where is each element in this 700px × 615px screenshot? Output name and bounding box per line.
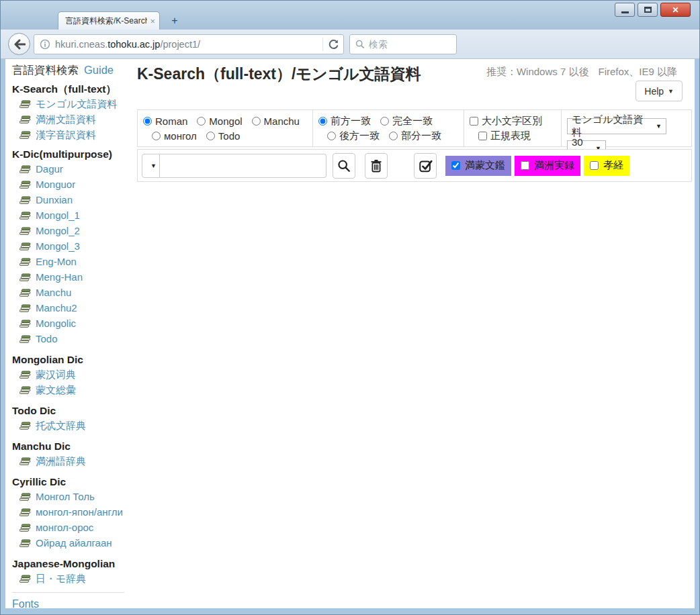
sidebar-item-label[interactable]: 満洲語辞典 — [36, 453, 86, 469]
sidebar-item-todo[interactable]: Todo — [12, 331, 131, 346]
sidebar-item-label[interactable]: Mongolic — [36, 316, 76, 331]
sidebar-item-label[interactable]: モンゴル文語資料 — [36, 96, 117, 111]
book-stack-icon — [19, 538, 32, 548]
checkbox-regex[interactable]: 正規表現 — [478, 130, 531, 142]
sidebar-item-monguor[interactable]: Monguor — [12, 177, 131, 192]
new-tab-button[interactable]: + — [165, 13, 184, 28]
sidebar-item-engmon[interactable]: Eng-Mon — [12, 254, 131, 269]
back-button[interactable] — [8, 33, 30, 55]
search-button[interactable] — [333, 153, 355, 179]
sidebar-item-label[interactable]: Монгол Толь — [36, 489, 95, 504]
sidebar-item-todo-jiten[interactable]: 托忒文辞典 — [12, 418, 131, 433]
sidebar-item-label[interactable]: Dagur — [36, 161, 63, 177]
sidebar-item-label[interactable]: Manchu2 — [36, 300, 77, 316]
radio-manchu[interactable]: Manchu — [252, 115, 300, 127]
sidebar-item-mongol1[interactable]: Mongol_1 — [12, 207, 131, 223]
sidebar-item-mongol-tol[interactable]: Монгол Толь — [12, 489, 131, 504]
select-all-corpora-button[interactable] — [414, 153, 437, 179]
site-info-icon[interactable] — [40, 39, 50, 50]
sidebar-item-label[interactable]: Mongol_3 — [36, 238, 80, 254]
sidebar-item-label[interactable]: 満洲文語資料 — [36, 111, 96, 127]
sidebar-item-mongolic[interactable]: Mongolic — [12, 316, 131, 331]
sidebar-item-mongol2[interactable]: Mongol_2 — [12, 223, 131, 238]
tab-close-icon[interactable]: × — [150, 16, 155, 26]
sidebar-item-mobun-soi[interactable]: 蒙文総彙 — [12, 382, 131, 397]
sidebar-item-manchu[interactable]: Manchu — [12, 285, 131, 300]
sidebar-item-label[interactable]: 漢字音訳資料 — [36, 127, 96, 142]
chevron-down-icon: ▼ — [668, 88, 674, 95]
close-button[interactable]: ✕ — [660, 3, 691, 17]
sidebar-item-label[interactable]: Mongol_1 — [36, 207, 80, 223]
sidebar-item-mongol3[interactable]: Mongol_3 — [12, 238, 131, 254]
sidebar-item-label[interactable]: Meng-Han — [36, 269, 83, 285]
maximize-button[interactable] — [638, 3, 658, 17]
book-stack-icon — [19, 369, 32, 379]
sidebar-item-label[interactable]: 蒙汉词典 — [36, 367, 76, 382]
sidebar-item-oirad-ayalgaan[interactable]: Ойрад айалгаан — [12, 535, 131, 551]
url-bar[interactable]: hkuri.cneas.tohoku.ac.jp/project1/ — [34, 34, 344, 54]
query-input[interactable] — [160, 154, 326, 178]
radio-mongol[interactable]: Mongol — [197, 115, 242, 127]
maximize-icon — [644, 7, 652, 13]
sidebar-item-label[interactable]: Eng-Mon — [36, 254, 77, 269]
checkbox-case-sensitive[interactable]: 大小文字区別 — [470, 115, 542, 128]
radio-suffix-match[interactable]: 後方一致 — [327, 130, 380, 142]
sidebar-item-label[interactable]: Ойрад айалгаан — [36, 535, 112, 551]
radio-roman[interactable]: Roman — [143, 115, 187, 127]
query-history-dropdown[interactable]: ▼ — [142, 154, 160, 178]
close-icon: ✕ — [672, 6, 679, 14]
sidebar-item-manchu2[interactable]: Manchu2 — [12, 300, 131, 316]
sidebar-item-label[interactable]: 日・モ辞典 — [36, 571, 86, 586]
sidebar-item-nichimo-jiten[interactable]: 日・モ辞典 — [12, 571, 131, 586]
search-query-panel: ▼ — [137, 149, 692, 182]
help-button[interactable]: Help ▼ — [636, 81, 683, 101]
url-text[interactable]: hkuri.cneas.tohoku.ac.jp/project1/ — [55, 39, 318, 50]
sidebar-item-label[interactable]: Monguor — [36, 177, 75, 192]
corpus-toggle-koukyou[interactable]: 孝経 — [584, 156, 629, 176]
sidebar-item-label[interactable]: Dunxian — [36, 192, 73, 207]
minimize-button[interactable] — [615, 3, 635, 17]
sidebar-item-label[interactable]: монгол-орос — [36, 520, 93, 535]
corpus-select[interactable]: モンゴル文語資料▼ — [567, 118, 666, 134]
reload-icon[interactable] — [328, 39, 339, 50]
radio-prefix-match[interactable]: 前方一致 — [318, 115, 371, 128]
book-stack-icon — [19, 420, 32, 430]
sidebar-item-menghan[interactable]: Meng-Han — [12, 269, 131, 285]
sidebar-item-manshugo-jiten[interactable]: 満洲語辞典 — [12, 453, 131, 469]
corpus-toggle-manshu-jitsuroku[interactable]: 満洲実録 — [515, 156, 580, 176]
book-stack-icon — [19, 287, 32, 297]
sidebar-item-label[interactable]: 蒙文総彙 — [36, 382, 76, 397]
fonts-link[interactable]: Fonts — [12, 598, 39, 608]
sidebar-item-mongol-yapon-angli[interactable]: монгол-япон/англи — [12, 504, 131, 520]
clear-button[interactable] — [365, 153, 388, 179]
radio-todo[interactable]: Todo — [206, 130, 240, 142]
sidebar-item-label[interactable]: Mongol_2 — [36, 223, 80, 238]
page-content: 言語資料検索 Guide K-Search（full-text） モンゴル文語資… — [5, 59, 695, 608]
browser-tab[interactable]: 言語資料検索/K-Search（full-te × — [58, 11, 160, 30]
section-heading-ksearch: K-Search（full-text） — [12, 83, 131, 96]
sidebar-item-kanji-onyaku[interactable]: 漢字音訳資料 — [12, 127, 131, 142]
sidebar-item-manchu-bungo[interactable]: 満洲文語資料 — [12, 111, 131, 127]
section-heading-cyrillic-dic: Cyrillic Dic — [12, 475, 131, 489]
sidebar-item-mokan-jiten[interactable]: 蒙汉词典 — [12, 367, 131, 382]
sidebar-item-dagur[interactable]: Dagur — [12, 161, 131, 177]
trash-icon — [370, 159, 382, 173]
sidebar-item-mongol-oros[interactable]: монгол-орос — [12, 520, 131, 535]
guide-link[interactable]: Guide — [84, 62, 114, 77]
select-group: モンゴル文語資料▼ 30行▼ — [561, 110, 691, 146]
search-bar[interactable] — [349, 34, 457, 54]
radio-cyrillic[interactable]: монгол — [152, 130, 197, 142]
arrow-left-icon — [13, 39, 26, 50]
sidebar-item-label[interactable]: 托忒文辞典 — [36, 418, 86, 433]
radio-exact-match[interactable]: 完全一致 — [380, 115, 433, 128]
tab-title: 言語資料検索/K-Search（full-te — [65, 15, 147, 27]
sidebar-item-label[interactable]: монгол-япон/англи — [36, 504, 123, 520]
sidebar-item-label[interactable]: Manchu — [36, 285, 71, 300]
sidebar-item-dunxian[interactable]: Dunxian — [12, 192, 131, 207]
radio-partial-match[interactable]: 部分一致 — [389, 130, 441, 142]
url-path: /project1/ — [160, 39, 200, 50]
search-input[interactable] — [369, 39, 451, 50]
sidebar-item-label[interactable]: Todo — [36, 331, 58, 346]
corpus-toggle-manmou-bunkan[interactable]: 満蒙文鑑 — [445, 156, 511, 176]
sidebar-item-mongol-bungo[interactable]: モンゴル文語資料 — [12, 96, 131, 111]
